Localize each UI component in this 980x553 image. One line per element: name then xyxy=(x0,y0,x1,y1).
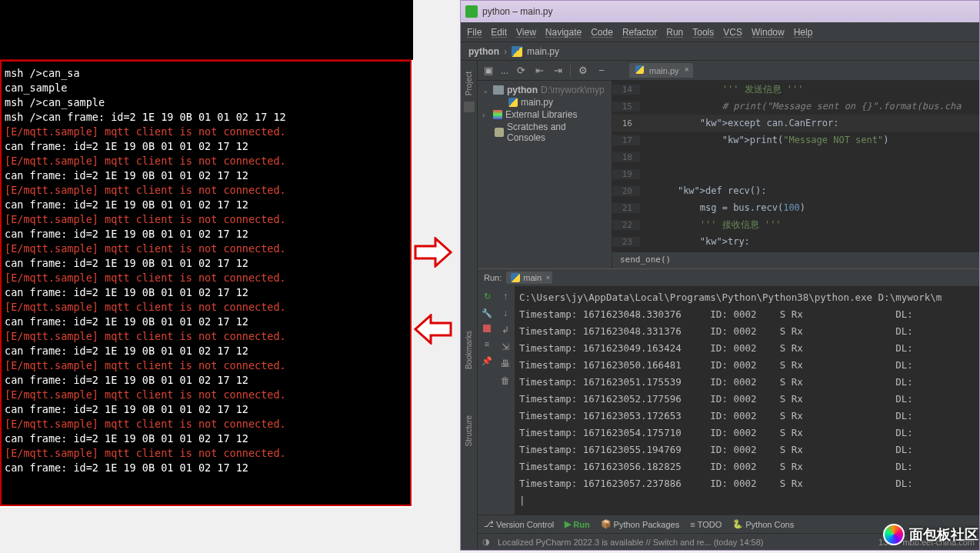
tree-scratches[interactable]: Scratches and Consoles xyxy=(481,121,608,144)
editor-line[interactable]: 21 msg = bus.recv(100) xyxy=(612,199,979,216)
todo-tab[interactable]: ≡ TODO xyxy=(690,520,722,529)
pyconsole-tab[interactable]: 🐍 Python Cons xyxy=(732,519,794,529)
menu-help[interactable]: Help xyxy=(794,27,813,38)
editor-line[interactable]: 23 "kw">try: xyxy=(612,233,979,250)
main-toolbar: ▣ ... ⟳ ⇤ ⇥ ⚙ − main.py × xyxy=(478,61,979,81)
menu-navigate[interactable]: Navigate xyxy=(545,27,582,38)
editor-line[interactable]: 19 xyxy=(612,165,979,182)
arrows-annotation xyxy=(414,231,460,391)
tree-root[interactable]: ⌄ python D:\mywork\myp xyxy=(481,84,608,96)
toolbar-more[interactable]: ... xyxy=(501,65,508,76)
run-output-line: Timestamp: 1671623056.182825 ID: 0002 S … xyxy=(519,458,975,475)
tree-file[interactable]: main.py xyxy=(481,96,608,108)
tip-icon[interactable]: ◑ xyxy=(482,537,490,547)
scroll-icon[interactable]: ⇲ xyxy=(502,341,509,352)
arrow-left-icon xyxy=(414,314,452,345)
code-content[interactable]: ''' 接收信息 ''' xyxy=(651,218,979,232)
menu-window[interactable]: Window xyxy=(752,27,785,38)
menu-tools[interactable]: Tools xyxy=(692,27,714,38)
code-content[interactable]: "kw">def recv(): xyxy=(651,185,979,196)
nav-breadcrumb[interactable]: python › main.py xyxy=(461,42,979,61)
editor-line[interactable]: 18 xyxy=(612,148,979,165)
up-icon[interactable]: ↑ xyxy=(503,291,508,301)
line-number[interactable]: 23 xyxy=(612,237,640,247)
menu-edit[interactable]: Edit xyxy=(491,27,507,38)
breadcrumb-root[interactable]: python xyxy=(468,46,499,57)
editor-breadcrumb[interactable]: send_one() xyxy=(612,252,979,268)
code-content[interactable]: "kw">try: xyxy=(651,236,979,247)
line-number[interactable]: 20 xyxy=(612,186,640,196)
run-output[interactable]: C:\Users\jy\AppData\Local\Programs\Pytho… xyxy=(515,286,979,515)
trash-icon[interactable]: 🗑 xyxy=(501,375,510,386)
minus-icon[interactable]: − xyxy=(595,65,608,77)
editor-line[interactable]: 17 "kw">print("Message NOT sent") xyxy=(612,132,979,148)
menu-code[interactable]: Code xyxy=(591,27,613,38)
editor-line[interactable]: 15 # print("Message sent on {}".format(b… xyxy=(612,98,979,115)
save-icon[interactable]: ▣ xyxy=(482,65,495,77)
terminal-window: msh />can_sacan_samplemsh />can_samplems… xyxy=(0,0,413,508)
code-content[interactable]: "kw">print("Message NOT sent") xyxy=(651,135,979,145)
window-titlebar[interactable]: python – main.py xyxy=(461,1,979,22)
terminal-line: [E/mqtt.sample] mqtt client is not conne… xyxy=(5,242,407,256)
run-output-line: Timestamp: 1671623051.175539 ID: 0002 S … xyxy=(519,374,975,391)
terminal-line: [E/mqtt.sample] mqtt client is not conne… xyxy=(5,271,407,285)
project-tool-tab[interactable]: Project xyxy=(465,72,473,95)
tree-extlib[interactable]: › External Libraries xyxy=(481,108,608,121)
terminal-line: msh />can frame: id=2 1E 19 0B 01 01 02 … xyxy=(5,110,407,125)
editor-line[interactable]: 14 ''' 发送信息 ''' xyxy=(612,81,979,98)
sync-icon[interactable]: ⟳ xyxy=(515,65,527,77)
line-number[interactable]: 19 xyxy=(612,169,640,179)
commit-tool-icon[interactable] xyxy=(464,102,475,112)
bookmarks-tool-tab[interactable]: Bookmarks xyxy=(465,331,473,369)
code-content[interactable]: ''' 发送信息 ''' xyxy=(651,83,979,96)
down-icon[interactable]: ↓ xyxy=(503,308,508,318)
packages-tab[interactable]: 📦 Python Packages xyxy=(601,519,680,529)
print-icon[interactable]: 🖶 xyxy=(501,358,510,369)
layout-icon[interactable]: ≡ xyxy=(482,338,492,349)
code-editor[interactable]: 14 ''' 发送信息 '''15 # print("Message sent … xyxy=(612,81,979,268)
settings-icon[interactable]: ⚙ xyxy=(577,65,589,77)
editor-line[interactable]: 16 "kw">except can.CanError: xyxy=(612,115,979,132)
left-tool-gutter-bottom[interactable]: Bookmarks Structure xyxy=(461,277,477,519)
line-number[interactable]: 22 xyxy=(612,220,640,230)
run-config-tab[interactable]: main × xyxy=(506,272,552,284)
chevron-right-icon[interactable]: › xyxy=(482,111,490,119)
editor-file-tab[interactable]: main.py × xyxy=(629,63,693,78)
chevron-down-icon[interactable]: ⌄ xyxy=(482,86,490,95)
line-number[interactable]: 21 xyxy=(612,203,640,213)
line-number[interactable]: 17 xyxy=(612,135,640,145)
pin-icon[interactable]: 📌 xyxy=(482,355,492,366)
editor-line[interactable]: 22 ''' 接收信息 ''' xyxy=(612,216,979,233)
menu-vcs[interactable]: VCS xyxy=(723,27,742,38)
rerun-icon[interactable]: ↻ xyxy=(482,291,492,301)
editor-line[interactable]: 20 "kw">def recv(): xyxy=(612,182,979,199)
line-number[interactable]: 15 xyxy=(612,102,640,112)
menu-view[interactable]: View xyxy=(516,27,536,38)
code-content[interactable]: msg = bus.recv(100) xyxy=(651,202,979,213)
menu-file[interactable]: File xyxy=(467,27,482,38)
status-tip[interactable]: Localized PyCharm 2022.3 is available //… xyxy=(498,538,763,547)
fwd-icon[interactable]: ⇥ xyxy=(552,65,564,77)
code-content[interactable]: # print("Message sent on {}".format(bus.… xyxy=(651,101,979,112)
softwrap-icon[interactable]: ↲ xyxy=(502,325,509,335)
menu-run[interactable]: Run xyxy=(666,27,683,38)
run-tab[interactable]: ▶ Run xyxy=(565,519,589,529)
line-number[interactable]: 16 xyxy=(612,118,640,128)
vc-tab[interactable]: ⎇ Version Control xyxy=(484,519,554,529)
project-tree[interactable]: ⌄ python D:\mywork\myp main.py › Externa… xyxy=(478,81,612,268)
wrench-icon[interactable]: 🔧 xyxy=(482,308,492,318)
line-number[interactable]: 14 xyxy=(612,85,640,95)
close-tab-icon[interactable]: × xyxy=(685,65,689,74)
close-icon[interactable]: × xyxy=(546,274,550,281)
code-content[interactable]: "kw">except can.CanError: xyxy=(651,118,979,128)
pycharm-icon xyxy=(465,5,478,18)
pycharm-window: python – main.py FileEditViewNavigateCod… xyxy=(460,0,980,551)
terminal-output[interactable]: msh />can_sacan_samplemsh />can_samplems… xyxy=(0,60,412,506)
menubar[interactable]: FileEditViewNavigateCodeRefactorRunTools… xyxy=(461,22,979,42)
stop-icon[interactable] xyxy=(483,325,491,332)
structure-tool-tab[interactable]: Structure xyxy=(465,415,473,447)
menu-refactor[interactable]: Refactor xyxy=(622,27,657,38)
back-icon[interactable]: ⇤ xyxy=(533,65,545,77)
line-number[interactable]: 18 xyxy=(612,152,640,162)
breadcrumb-file[interactable]: main.py xyxy=(527,46,559,57)
